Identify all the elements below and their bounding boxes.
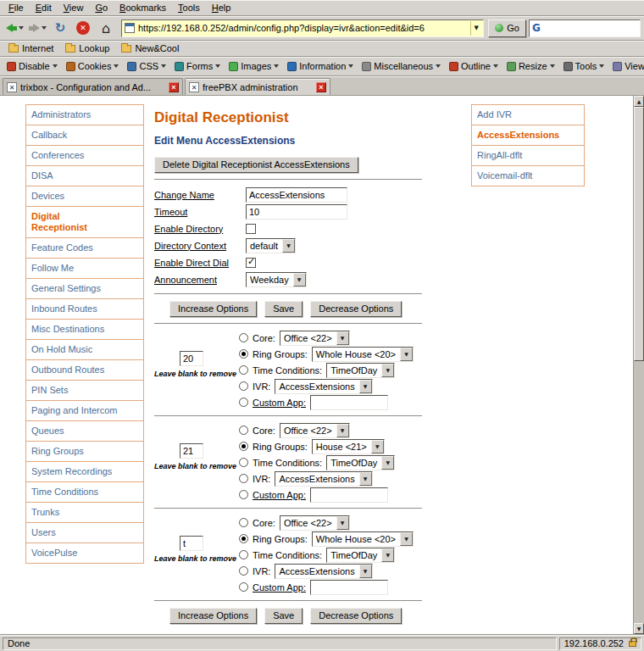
option-select-ring-groups[interactable]: Whole House <20>▼ <box>312 531 414 547</box>
sidebar-item-inbound-routes[interactable]: Inbound Routes <box>25 298 144 320</box>
option-select-time-conditions[interactable]: TimeOfDay▼ <box>326 548 395 563</box>
go-button[interactable]: Go <box>488 19 526 37</box>
sidebar-item-on-hold-music[interactable]: On Hold Music <box>25 339 144 360</box>
sidebar-item-follow-me[interactable]: Follow Me <box>25 258 144 279</box>
digit-input[interactable] <box>180 351 203 366</box>
option-radio[interactable] <box>239 442 248 451</box>
sidebar-item-paging-and-intercom[interactable]: Paging and Intercom <box>25 400 144 421</box>
sidebar-item-trunks[interactable]: Trunks <box>25 502 144 523</box>
option-radio[interactable] <box>239 490 248 499</box>
sidebar-item-misc-destinations[interactable]: Misc Destinations <box>25 319 144 340</box>
option-select-core[interactable]: Office <22>▼ <box>280 423 350 438</box>
save-button[interactable]: Save <box>264 608 303 624</box>
option-radio[interactable] <box>239 333 248 342</box>
tab-freepbx-administration[interactable]: ✕freePBX administration× <box>185 78 330 95</box>
sidebar-item-pin-sets[interactable]: PIN Sets <box>25 380 144 401</box>
reload-button[interactable]: ↻ <box>49 19 71 38</box>
back-button[interactable] <box>3 19 25 38</box>
ivr-nav-item-voicemail-dflt[interactable]: Voicemail-dflt <box>471 165 585 186</box>
scroll-down-icon[interactable]: ▼ <box>634 623 644 634</box>
sidebar-item-disa[interactable]: DISA <box>25 165 144 186</box>
menu-help[interactable]: Help <box>206 1 237 15</box>
webdev-forms[interactable]: Forms <box>170 58 225 74</box>
webdev-information[interactable]: Information <box>283 58 358 74</box>
sidebar-item-time-conditions[interactable]: Time Conditions <box>25 481 144 503</box>
menu-go[interactable]: Go <box>89 1 114 15</box>
webdev-outline[interactable]: Outline <box>445 58 502 74</box>
vertical-scrollbar[interactable]: ▲ ▼ <box>633 96 644 634</box>
sidebar-item-devices[interactable]: Devices <box>25 186 144 207</box>
option-radio[interactable] <box>239 582 248 592</box>
tab-close-icon[interactable]: × <box>169 82 179 92</box>
bookmark-internet[interactable]: Internet <box>3 42 58 55</box>
ivr-nav-item-accessextensions[interactable]: AccessExtensions <box>471 125 585 146</box>
sidebar-item-users[interactable]: Users <box>25 522 144 543</box>
webdev-miscellaneous[interactable]: Miscellaneous <box>358 58 445 74</box>
ivr-nav-item-add-ivr[interactable]: Add IVR <box>471 104 585 125</box>
tab-close-icon[interactable]: × <box>316 82 326 92</box>
sidebar-item-callback[interactable]: Callback <box>25 125 144 146</box>
option-radio[interactable] <box>239 381 248 391</box>
scroll-up-icon[interactable]: ▲ <box>634 96 644 107</box>
enable-directory-checkbox[interactable] <box>246 224 256 234</box>
scrollbar-thumb[interactable] <box>634 107 644 361</box>
sidebar-item-general-settings[interactable]: General Settings <box>25 278 144 299</box>
webdev-disable[interactable]: Disable <box>3 58 62 74</box>
menu-tools[interactable]: Tools <box>172 1 206 15</box>
search-box[interactable]: G <box>529 19 641 37</box>
option-radio[interactable] <box>239 566 248 576</box>
option-radio[interactable] <box>239 518 248 527</box>
directory-context-select[interactable]: default ▼ <box>246 238 296 253</box>
home-button[interactable]: ⌂ <box>95 19 117 38</box>
increase-options-button[interactable]: Increase Options <box>169 608 257 624</box>
decrease-options-button[interactable]: Decrease Options <box>310 301 402 317</box>
option-select-ring-groups[interactable]: House <21>▼ <box>312 439 385 454</box>
announcement-select[interactable]: Weekday ▼ <box>246 272 307 287</box>
timeout-input[interactable] <box>246 204 347 220</box>
url-text[interactable]: https://192.168.0.252/admin/config.php?d… <box>138 23 467 33</box>
digit-input[interactable] <box>180 443 203 459</box>
save-button[interactable]: Save <box>264 301 303 317</box>
search-input[interactable] <box>543 23 637 33</box>
delete-ivr-button[interactable]: Delete Digital Receptionist AccessExtens… <box>154 157 358 173</box>
option-radio[interactable] <box>239 550 248 559</box>
custom-app-input[interactable] <box>310 580 388 595</box>
sidebar-item-queues[interactable]: Queues <box>25 420 144 442</box>
sidebar-item-ring-groups[interactable]: Ring Groups <box>25 441 144 462</box>
sidebar-item-system-recordings[interactable]: System Recordings <box>25 461 144 482</box>
option-select-ivr[interactable]: AccessExtensions▼ <box>275 379 372 394</box>
webdev-resize[interactable]: Resize <box>502 58 559 74</box>
forward-button[interactable] <box>26 19 48 38</box>
option-select-core[interactable]: Office <22>▼ <box>280 331 350 346</box>
webdev-tools[interactable]: Tools <box>559 58 609 74</box>
ivr-nav-item-ringall-dflt[interactable]: RingAll-dflt <box>471 145 585 166</box>
tab-trixbox-configuration-an[interactable]: ✕trixbox - Configuration and Ad...× <box>3 78 183 95</box>
option-select-ivr[interactable]: AccessExtensions▼ <box>275 471 372 487</box>
menu-view[interactable]: View <box>58 1 90 15</box>
option-radio[interactable] <box>239 534 248 543</box>
sidebar-item-digital-receptionist[interactable]: Digital Receptionist <box>25 206 144 238</box>
webdev-view-source[interactable]: View Source <box>608 58 644 74</box>
option-radio[interactable] <box>239 398 248 407</box>
option-select-time-conditions[interactable]: TimeOfDay▼ <box>326 363 395 378</box>
url-dropdown-icon[interactable]: ▼ <box>470 21 481 36</box>
menu-edit[interactable]: Edit <box>30 1 58 15</box>
menu-file[interactable]: File <box>3 1 30 15</box>
bookmark-new-cool[interactable]: New&Cool <box>116 42 184 55</box>
stop-button[interactable]: ✕ <box>72 19 94 38</box>
option-radio[interactable] <box>239 349 248 359</box>
option-radio[interactable] <box>239 365 248 375</box>
option-radio[interactable] <box>239 474 248 483</box>
option-select-ivr[interactable]: AccessExtensions▼ <box>275 564 372 579</box>
webdev-css[interactable]: CSS <box>123 58 170 74</box>
sidebar-item-voicepulse[interactable]: VoicePulse <box>25 542 144 564</box>
sidebar-item-conferences[interactable]: Conferences <box>25 145 144 166</box>
digit-input[interactable] <box>180 536 203 551</box>
sidebar-item-administrators[interactable]: Administrators <box>25 104 144 125</box>
menu-bookmarks[interactable]: Bookmarks <box>114 1 172 15</box>
change-name-input[interactable] <box>246 187 347 203</box>
option-radio[interactable] <box>239 426 248 435</box>
sidebar-item-outbound-routes[interactable]: Outbound Routes <box>25 359 144 381</box>
sidebar-item-feature-codes[interactable]: Feature Codes <box>25 237 144 259</box>
enable-direct-dial-checkbox[interactable] <box>246 258 256 268</box>
